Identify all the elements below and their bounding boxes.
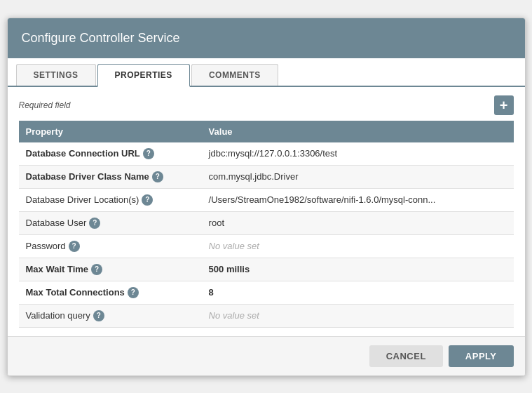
property-name: Database Driver Class Name [26,171,149,182]
property-name: Max Total Connections [26,287,125,298]
property-value[interactable]: /Users/StreamOne1982/software/nifi-1.6.0… [202,188,493,211]
required-field-row: Required field + [19,95,514,115]
apply-button[interactable]: APPLY [449,345,514,367]
table-row: Database Driver Class Name?com.mysql.jdb… [19,165,514,188]
property-name: Password [26,241,66,251]
row-action-cell [493,234,514,258]
row-action-cell [493,211,514,234]
table-row: Database Driver Location(s)?/Users/Strea… [19,188,514,211]
tab-content: Required field + Property Value Database… [8,87,525,336]
table-row: Password?No value set [19,234,514,258]
row-action-cell [493,304,514,327]
property-name: Database User [26,218,87,228]
add-property-button[interactable]: + [494,95,514,115]
column-property: Property [19,121,202,142]
help-icon[interactable]: ? [128,287,139,298]
column-action [493,121,514,142]
row-action-cell [493,165,514,188]
table-row: Max Wait Time?500 millis [19,258,514,281]
property-value[interactable]: No value set [202,234,493,258]
tab-bar: SETTINGS PROPERTIES COMMENTS [8,58,525,87]
configure-dialog: Configure Controller Service SETTINGS PR… [7,18,526,376]
property-value[interactable]: 500 millis [202,258,493,281]
help-icon[interactable]: ? [89,218,100,229]
table-row: Database Connection URL?jdbc:mysql://127… [19,142,514,166]
property-value[interactable]: jdbc:mysql://127.0.0.1:3306/test [202,142,493,166]
dialog-title: Configure Controller Service [22,31,180,45]
property-value[interactable]: No value set [202,304,493,327]
table-row: Database User?root [19,211,514,234]
property-value[interactable]: com.mysql.jdbc.Driver [202,165,493,188]
help-icon[interactable]: ? [143,148,154,159]
property-name: Validation query [26,310,90,321]
required-field-label: Required field [19,100,71,110]
properties-table: Property Value Database Connection URL?j… [19,121,514,328]
help-icon[interactable]: ? [91,264,102,275]
dialog-footer: CANCEL APPLY [8,336,525,375]
property-value[interactable]: root [202,211,493,234]
tab-properties[interactable]: PROPERTIES [97,64,190,87]
row-action-cell [493,281,514,304]
property-value[interactable]: 8 [202,281,493,304]
table-row: Validation query?No value set [19,304,514,327]
help-icon[interactable]: ? [69,241,80,252]
tab-comments[interactable]: COMMENTS [191,64,278,86]
property-name: Database Connection URL [26,148,140,159]
table-row: Max Total Connections?8 [19,281,514,304]
row-action-cell [493,188,514,211]
row-action-cell [493,258,514,281]
column-value: Value [202,121,493,142]
dialog-header: Configure Controller Service [8,18,525,58]
property-name: Database Driver Location(s) [26,194,139,205]
help-icon[interactable]: ? [152,171,163,182]
help-icon[interactable]: ? [142,194,153,206]
tab-settings[interactable]: SETTINGS [16,64,96,86]
cancel-button[interactable]: CANCEL [369,345,443,367]
help-icon[interactable]: ? [93,310,104,321]
row-action-cell [493,142,514,166]
property-name: Max Wait Time [26,264,89,274]
